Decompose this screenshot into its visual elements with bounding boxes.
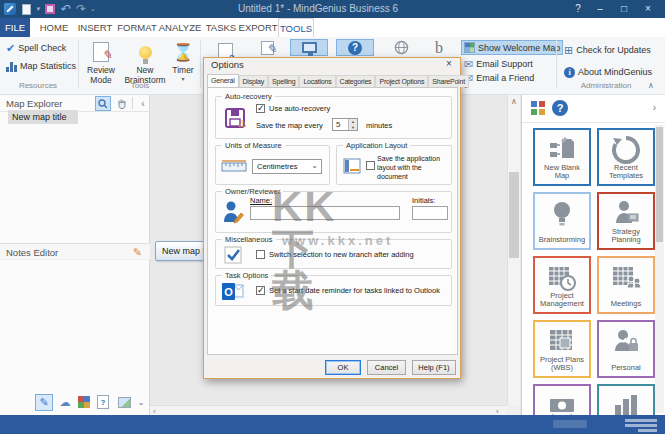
save-icon[interactable] [45, 4, 55, 14]
ruler-icon [221, 160, 247, 174]
more-tools-chevron-icon[interactable]: ⌄ [136, 394, 146, 411]
dialog-close-icon[interactable]: × [443, 58, 455, 69]
header-divider [132, 97, 133, 109]
email-friend-button[interactable]: ✉ Email a Friend [462, 71, 536, 85]
tab-format[interactable]: FORMAT [116, 18, 158, 37]
tile-strategy-planning[interactable]: Strategy Planning [597, 192, 655, 250]
dialog-tab-project-options[interactable]: Project Options [375, 75, 428, 87]
cancel-button[interactable]: Cancel [367, 360, 406, 375]
about-mindgenius-button[interactable]: i About MindGenius [562, 65, 654, 79]
web-button[interactable] [384, 39, 418, 56]
gallery-scrollbar[interactable] [655, 125, 664, 413]
tile-recent-templates[interactable]: Recent Templates [597, 128, 655, 186]
statistics-icon [6, 61, 17, 72]
canvas-horizontal-scrollbar[interactable]: ‹ › [150, 405, 507, 415]
tile-project-plans-wbs[interactable]: Project Plans (WBS) [533, 320, 591, 378]
tile-brainstorming[interactable]: Brainstorming [533, 192, 591, 250]
collapse-left-panel-icon[interactable]: ‹ [135, 96, 151, 111]
canvas-vertical-scrollbar[interactable]: ∧ [507, 95, 520, 405]
new-brainstorm-button[interactable]: New Brainstorm [122, 40, 168, 86]
tab-tasks[interactable]: TASKS [204, 18, 238, 37]
picture-button[interactable] [115, 394, 133, 411]
spelling-cloud-button[interactable]: ☁ [56, 394, 74, 411]
save-layout-checkbox[interactable] [366, 161, 375, 170]
window-help-button[interactable]: ? [569, 0, 587, 18]
tile-partial-chart[interactable] [597, 384, 655, 415]
notes-edit-button[interactable]: ✎ [35, 394, 53, 411]
edit-notes-icon[interactable]: ✎ [133, 246, 142, 259]
close-button[interactable]: × [639, 0, 657, 18]
wbs-grid-icon [547, 327, 577, 357]
map-statistics-button[interactable]: Map Statistics [4, 59, 78, 73]
owner-name-input[interactable] [250, 206, 400, 220]
group-task-options: Task Options O Set a start date reminder… [215, 275, 452, 306]
help-f1-button[interactable]: Help (F1) [412, 360, 456, 375]
question-doc-button[interactable]: ? [94, 394, 112, 411]
tab-analyze[interactable]: ANALYZE [158, 18, 202, 37]
tab-export[interactable]: EXPORT [238, 18, 278, 37]
new-dropdown-icon[interactable]: ▾ [36, 5, 40, 13]
dialog-tabs: General Display Spelling Locations Categ… [207, 73, 469, 87]
dialog-tab-categories[interactable]: Categories [336, 75, 376, 87]
spinner-arrows-icon[interactable]: ▲▼ [348, 119, 357, 130]
tab-tools[interactable]: TOOLS [278, 18, 314, 37]
group-auto-recovery: Auto-recovery ⚠ Use auto-recovery Save t… [215, 96, 452, 139]
use-auto-recovery-checkbox[interactable] [256, 104, 265, 113]
new-document-icon[interactable] [22, 4, 31, 15]
dialog-title-bar: Options × [204, 58, 460, 73]
collapse-right-panel-icon[interactable]: › [653, 102, 656, 113]
pan-button[interactable] [114, 96, 130, 111]
review-mode-button[interactable]: ✎ Review Mode [82, 40, 120, 86]
scroll-up-icon[interactable]: ∧ [511, 97, 517, 106]
dialog-tab-spelling[interactable]: Spelling [268, 75, 299, 87]
tab-insert[interactable]: INSERT [76, 18, 114, 37]
help-button[interactable]: ? [336, 39, 374, 56]
gallery-scroll-thumb[interactable] [656, 127, 663, 242]
collapse-ribbon-icon[interactable]: ∧ [648, 81, 654, 90]
tile-new-blank-map[interactable]: New Blank Map [533, 128, 591, 186]
redo-icon[interactable]: ↷ [75, 3, 85, 15]
brand-button[interactable]: b [424, 39, 454, 56]
gallery-help-icon[interactable]: ? [552, 100, 568, 116]
ok-button[interactable]: OK [325, 360, 361, 375]
vertical-scroll-thumb[interactable] [509, 172, 519, 258]
dialog-tab-general[interactable]: General [207, 74, 239, 87]
spell-check-button[interactable]: ✔ Spell Check [4, 41, 68, 55]
map-explorer-item[interactable]: New map title [8, 110, 78, 124]
search-button[interactable] [95, 96, 111, 111]
templates-grid-icon[interactable] [531, 101, 537, 107]
title-bar: ▾ ↶ ↷ ⌄ Untitled 1* - MindGenius Busines… [0, 0, 665, 18]
email-support-button[interactable]: ✉ Email Support [462, 57, 535, 71]
format-palette-button[interactable] [77, 394, 91, 411]
map-explorer-title: Map Explorer [6, 98, 63, 109]
template-gallery-panel: ? › New Blank Map Recent Templates Brain… [521, 95, 665, 415]
tile-partial-money[interactable] [533, 384, 591, 415]
quick-access-toolbar: ▾ ↶ ↷ ⌄ [22, 2, 96, 16]
question-mark-icon: ? [348, 41, 362, 55]
tile-personal[interactable]: Personal [597, 320, 655, 378]
owner-initials-input[interactable] [412, 206, 448, 220]
tab-file[interactable]: FILE [0, 18, 30, 37]
customize-qat-icon[interactable]: ⌄ [90, 5, 96, 13]
notes-editor-header: Notes Editor ✎ [0, 243, 150, 260]
tile-meetings[interactable]: Meetings [597, 256, 655, 314]
dialog-tab-display[interactable]: Display [239, 75, 269, 87]
notes-tool-button[interactable]: ✎ [252, 39, 282, 56]
dialog-tab-sharepoint[interactable]: SharePoint [428, 75, 469, 87]
units-select[interactable]: Centimetres [252, 159, 322, 174]
tab-home[interactable]: HOME [36, 18, 72, 37]
save-interval-spinner[interactable]: 5 ▲▼ [332, 118, 358, 131]
status-bar [0, 415, 665, 434]
check-for-updates-button[interactable]: ⊞ Check for Updates [562, 43, 653, 57]
timer-button[interactable]: ⌛ Timer ▾ [168, 40, 198, 83]
dialog-tab-locations[interactable]: Locations [299, 75, 335, 87]
presentation-button[interactable] [290, 39, 328, 56]
outlook-reminder-checkbox[interactable] [256, 286, 265, 295]
email-icon: ✉ [464, 59, 473, 70]
show-welcome-map-button[interactable]: Show Welcome Map [461, 40, 563, 55]
switch-selection-checkbox[interactable] [256, 250, 265, 259]
tile-project-management[interactable]: Project Management [533, 256, 591, 314]
maximize-button[interactable]: □ [615, 0, 633, 18]
undo-icon[interactable]: ↶ [60, 3, 70, 15]
minimize-button[interactable]: – [591, 0, 609, 18]
